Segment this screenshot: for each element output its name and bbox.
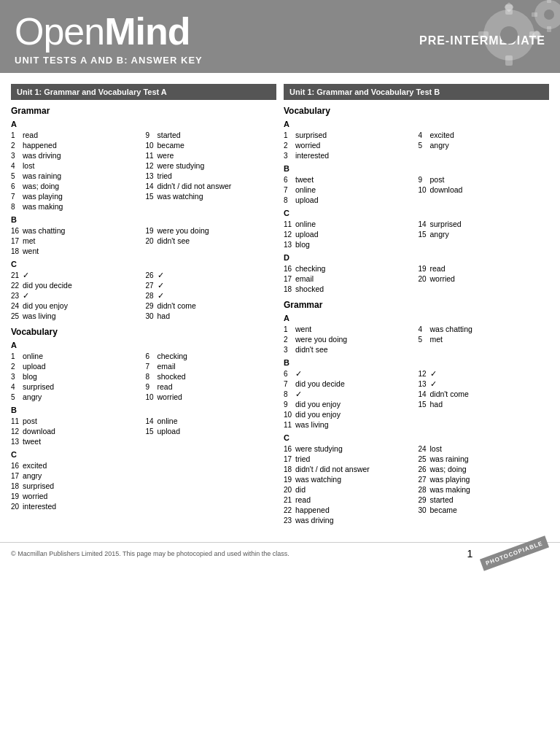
answer-item: 7did you decide	[284, 379, 415, 389]
answer-item: 3didn't see	[284, 344, 415, 355]
answer-item: 10did you enjoy	[284, 409, 415, 419]
col2-grammar-title: Grammar	[284, 300, 549, 310]
col2-grammar-groupA-grid: 1went 2were you doing 3didn't see 4was c…	[284, 324, 549, 355]
col2-section-header: Unit 1: Grammar and Vocabulary Test B	[284, 84, 549, 100]
col1-vocab-groupB-right: 14online 15upload	[146, 416, 277, 446]
col2-grammar-groupB-grid: 6✓ 7did you decide 8✓ 9did you enjoy 10d…	[284, 368, 549, 430]
col2-grammar-groupA-right: 4was chatting 5met	[419, 324, 550, 355]
answer-item: 9read	[146, 382, 277, 392]
col1-grammar-groupA-right: 9started 10became 11were 12were studying…	[146, 130, 277, 212]
col1-grammar-groupA-label: A	[11, 120, 276, 128]
col2-vocab-groupD-right: 19read 20worried	[419, 263, 550, 294]
col2-grammar-groupC-grid: 16were studying 17tried 18didn't / did n…	[284, 444, 549, 525]
answer-item: 5was raining	[11, 171, 142, 181]
col2-vocab-title: Vocabulary	[284, 106, 549, 116]
answer-item: 9started	[146, 130, 277, 140]
answer-item: 13blog	[284, 239, 415, 249]
answer-item: 18shocked	[284, 284, 415, 294]
answer-item: 19were you doing	[146, 225, 277, 236]
answer-item: 22did you decide	[11, 280, 142, 290]
col2-vocab-groupC-right: 14surprised 15angry	[419, 219, 550, 249]
answer-item: 11online	[284, 219, 415, 229]
answer-item: 12✓	[419, 368, 550, 379]
col1-grammar-groupC-right: 26✓ 27✓ 28✓ 29didn't come 30had	[146, 270, 277, 321]
col2-grammar-groupB-label: B	[284, 358, 549, 367]
answer-item: 23was driving	[284, 515, 415, 525]
col1-grammar-groupB-label: B	[11, 215, 276, 224]
col1-grammar-groupC-grid: 21✓ 22did you decide 23✓ 24did you enjoy…	[11, 270, 276, 321]
answer-item: 4lost	[11, 160, 142, 171]
svg-rect-3	[505, 55, 513, 66]
answer-item: 12upload	[284, 229, 415, 239]
answer-item: 1online	[11, 351, 142, 361]
col1-vocab-groupA-right: 6checking 7email 8shocked 9read 10worrie…	[146, 351, 277, 402]
answer-item: 16excited	[11, 460, 276, 471]
footer: © Macmillan Publishers Limited 2015. Thi…	[0, 542, 560, 564]
answer-item: 5angry	[419, 140, 550, 150]
answer-item: 10became	[146, 140, 277, 150]
col2-vocab-groupB-label: B	[284, 164, 549, 173]
answer-item: 24did you enjoy	[11, 301, 142, 311]
answer-item: 20interested	[11, 501, 276, 511]
answer-item: 10worried	[146, 392, 277, 402]
col2-vocab-groupA-grid: 1surprised 2worried 3interested 4excited…	[284, 130, 549, 160]
answer-item: 17tried	[284, 454, 415, 464]
col2-vocab-groupD-label: D	[284, 253, 549, 262]
col1-vocab-groupC-label: C	[11, 450, 276, 459]
logo: OpenMind	[15, 9, 203, 53]
answer-item: 2were you doing	[284, 334, 415, 344]
col1-vocab-groupA-grid: 1online 2upload 3blog 4surprised 5angry …	[11, 351, 276, 402]
col2-vocab-groupB-left: 6tweet 7online 8upload	[284, 174, 415, 205]
answer-item: 17met	[11, 236, 142, 246]
answer-item: 20worried	[419, 274, 550, 284]
answer-item: 23✓	[11, 290, 142, 301]
answer-item: 9did you enjoy	[284, 399, 415, 409]
answer-item: 29didn't come	[146, 301, 277, 311]
answer-item: 4excited	[419, 130, 550, 140]
col-left: Unit 1: Grammar and Vocabulary Test A Gr…	[11, 84, 276, 527]
col2-grammar-groupB-left: 6✓ 7did you decide 8✓ 9did you enjoy 10d…	[284, 368, 415, 430]
answer-item: 22happened	[284, 505, 415, 515]
answer-item: 25was raining	[419, 454, 550, 464]
answer-item: 15was watching	[146, 191, 277, 201]
answer-item: 26was; doing	[419, 464, 550, 474]
col1-vocab-title: Vocabulary	[11, 327, 276, 337]
answer-item: 3was driving	[11, 150, 142, 160]
subtitle: UNIT TESTS A AND B: ANSWER KEY	[15, 55, 203, 66]
col2-vocab-groupA-label: A	[284, 120, 549, 128]
col-right: Unit 1: Grammar and Vocabulary Test B Vo…	[284, 84, 549, 527]
answer-item: 14didn't / did not answer	[146, 181, 277, 191]
col2-grammar-groupA-left: 1went 2were you doing 3didn't see	[284, 324, 415, 355]
answer-item: 27was playing	[419, 474, 550, 484]
answer-item: 13tweet	[11, 436, 142, 446]
header: OpenMind UNIT TESTS A AND B: ANSWER KEY	[0, 0, 560, 73]
answer-item: 2happened	[11, 140, 142, 150]
main-content: Unit 1: Grammar and Vocabulary Test A Gr…	[0, 73, 560, 542]
answer-item: 28✓	[146, 290, 277, 301]
logo-open: Open	[15, 10, 104, 53]
answer-item: 6tweet	[284, 174, 415, 185]
answer-item: 15angry	[419, 229, 550, 239]
answer-item: 25was living	[11, 311, 142, 321]
answer-item: 18didn't / did not answer	[284, 464, 415, 474]
answer-item: 2worried	[284, 140, 415, 150]
answer-item: 4surprised	[11, 382, 142, 392]
answer-item: 12download	[11, 426, 142, 436]
gear-decoration	[414, 0, 560, 69]
col1-grammar-title: Grammar	[11, 106, 276, 116]
answer-item: 21✓	[11, 270, 142, 280]
col1-vocab-groupB-grid: 11post 12download 13tweet 14online 15upl…	[11, 416, 276, 446]
answer-item: 24lost	[419, 444, 550, 454]
answer-item: 4was chatting	[419, 324, 550, 334]
col1-grammar-groupC-label: C	[11, 260, 276, 268]
svg-rect-12	[532, 12, 537, 17]
answer-item: 8upload	[284, 195, 415, 205]
answer-item: 26✓	[146, 270, 277, 280]
answer-item: 18went	[11, 246, 142, 256]
answer-item: 14didn't come	[419, 389, 550, 399]
col1-grammar-groupC-left: 21✓ 22did you decide 23✓ 24did you enjoy…	[11, 270, 142, 321]
answer-item: 21read	[284, 495, 415, 505]
answer-item: 29started	[419, 495, 550, 505]
answer-item: 18surprised	[11, 481, 276, 491]
answer-item: 9post	[419, 174, 550, 185]
